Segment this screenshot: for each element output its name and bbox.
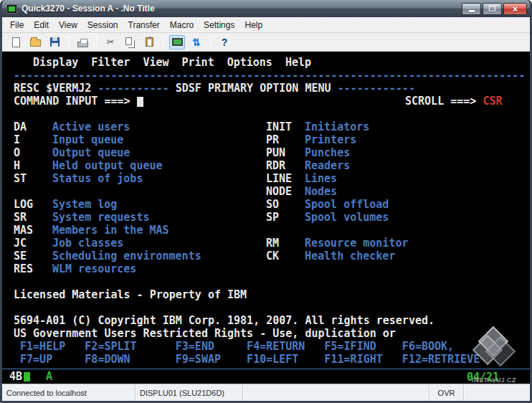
title-dashes-right: ------------: [331, 82, 415, 95]
option-right: SOSpool offload: [266, 198, 389, 211]
close-button[interactable]: ×: [503, 3, 527, 15]
option-code[interactable]: NODE: [266, 185, 305, 198]
option-desc: Status of jobs: [52, 172, 143, 185]
option-desc: Printers: [305, 133, 356, 146]
oia-green-block: [24, 372, 30, 381]
scroll-value[interactable]: CSR: [483, 95, 502, 108]
copyright-row: 5694-A01 (C) Copyright IBM Corp. 1981, 2…: [2, 314, 530, 327]
rights-text: US Government Users Restricted Rights - …: [14, 327, 396, 340]
statusbar-end-panel: [464, 384, 530, 401]
display-session-button[interactable]: [169, 35, 185, 49]
menu-help[interactable]: Help: [239, 18, 267, 32]
menu-session[interactable]: Session: [82, 18, 123, 32]
option-code[interactable]: MAS: [14, 224, 52, 237]
option-desc: Active users: [52, 120, 130, 133]
option-row: SEScheduling environmentsCKHealth checke…: [2, 250, 530, 262]
term-menu-display[interactable]: Display: [33, 56, 78, 69]
oia-cursor-position: 04/21: [467, 370, 499, 384]
term-menu-options[interactable]: Options: [227, 56, 272, 69]
option-code[interactable]: INIT: [266, 120, 305, 133]
text-cursor[interactable]: [137, 97, 143, 107]
option-desc: Health checker: [305, 250, 395, 262]
option-code[interactable]: LINE: [266, 172, 305, 185]
option-row: OOutput queuePUNPunches: [2, 146, 530, 159]
cut-button[interactable]: ✂: [103, 35, 118, 49]
menu-bar: FileEditViewSessionTransferMacroSettings…: [2, 17, 530, 33]
menu-transfer[interactable]: Transfer: [123, 18, 165, 32]
connect-arrows-icon: ⇅: [192, 37, 201, 47]
option-code[interactable]: RM: [266, 237, 305, 250]
maximize-icon: [489, 6, 495, 11]
toolbar: ✂ ⇅ ?: [2, 33, 530, 52]
menu-view[interactable]: View: [54, 18, 82, 32]
option-code[interactable]: CK: [266, 250, 305, 262]
minimize-button[interactable]: [462, 3, 481, 15]
menu-edit[interactable]: Edit: [29, 18, 54, 32]
connect-toggle-button[interactable]: ⇅: [189, 35, 204, 49]
print-button[interactable]: [75, 35, 90, 49]
save-button[interactable]: [47, 35, 62, 49]
panel-prefix: RESC $VERMJ2: [14, 82, 91, 95]
option-code[interactable]: SP: [266, 211, 305, 224]
display-session-icon: [172, 38, 183, 46]
option-code[interactable]: PUN: [266, 146, 305, 159]
menu-macro[interactable]: Macro: [165, 18, 199, 32]
option-code[interactable]: PR: [266, 133, 305, 146]
terminal-screen[interactable]: DisplayFilterViewPrintOptionsHelp ------…: [2, 52, 530, 384]
cut-icon: ✂: [107, 37, 115, 47]
option-code[interactable]: SR: [14, 211, 52, 224]
option-right: RMResource monitor: [266, 237, 409, 250]
option-right: NODENodes: [266, 185, 337, 198]
option-right: [266, 262, 305, 275]
option-row: JCJob classesRMResource monitor: [2, 237, 530, 250]
option-code[interactable]: ST: [14, 172, 52, 185]
connection-status: Connected to localhost: [2, 384, 136, 401]
licensed-row: Licensed Materials - Property of IBM: [2, 288, 530, 301]
menu-file[interactable]: File: [5, 18, 29, 32]
copy-button[interactable]: [122, 35, 138, 49]
app-icon: [6, 4, 17, 14]
option-row: STStatus of jobsLINELines: [2, 172, 530, 185]
option-desc: Members in the MAS: [52, 224, 169, 237]
paste-button[interactable]: [141, 35, 157, 49]
overwrite-mode-indicator: OVR: [429, 384, 464, 401]
option-code[interactable]: LOG: [14, 198, 52, 211]
term-menu-print[interactable]: Print: [182, 56, 214, 69]
option-desc: Spool volumes: [305, 211, 389, 224]
option-code[interactable]: H: [14, 159, 52, 172]
option-code[interactable]: SE: [14, 250, 52, 262]
toolbar-separator: [163, 37, 163, 48]
option-row: DAActive usersINITInitiators: [2, 120, 530, 133]
maximize-button[interactable]: [483, 3, 502, 15]
copyright-text: 5694-A01 (C) Copyright IBM Corp. 1981, 2…: [14, 314, 434, 327]
command-row: COMMAND INPUT ===>SCROLL ===> CSR: [2, 95, 530, 108]
option-code[interactable]: SO: [266, 198, 305, 211]
close-icon: ×: [513, 4, 518, 14]
option-code[interactable]: RDR: [266, 159, 305, 172]
option-row: LOGSystem logSOSpool offload: [2, 198, 530, 211]
option-row: IInput queuePRPrinters: [2, 133, 530, 146]
option-desc: Punches: [305, 146, 350, 159]
open-button[interactable]: [27, 35, 43, 49]
option-right: SPSpool volumes: [266, 211, 389, 224]
new-document-button[interactable]: [8, 35, 24, 49]
term-menu-filter[interactable]: Filter: [91, 56, 130, 69]
option-code[interactable]: I: [14, 133, 52, 146]
term-menu-help[interactable]: Help: [285, 56, 311, 69]
option-right: PRPrinters: [266, 133, 356, 146]
option-code[interactable]: JC: [14, 237, 52, 250]
option-desc: Input queue: [52, 133, 123, 146]
help-button[interactable]: ?: [217, 35, 232, 49]
option-code[interactable]: RES: [14, 262, 52, 275]
option-desc: System requests: [52, 211, 149, 224]
menu-settings[interactable]: Settings: [199, 18, 239, 32]
toolbar-separator: [68, 37, 69, 48]
option-code[interactable]: DA: [14, 120, 52, 133]
title-bar[interactable]: Quick3270 - Session A - .No Title ×: [2, 0, 530, 17]
panel-title-row: RESC $VERMJ2 ----------- SDSF PRIMARY OP…: [2, 82, 530, 95]
blank-row: [2, 108, 530, 120]
oia-status-row: 4BA04/21: [2, 369, 530, 384]
term-menu-view[interactable]: View: [143, 56, 168, 69]
option-code[interactable]: O: [14, 146, 52, 159]
window-title: Quick3270 - Session A - .No Title: [22, 4, 462, 14]
